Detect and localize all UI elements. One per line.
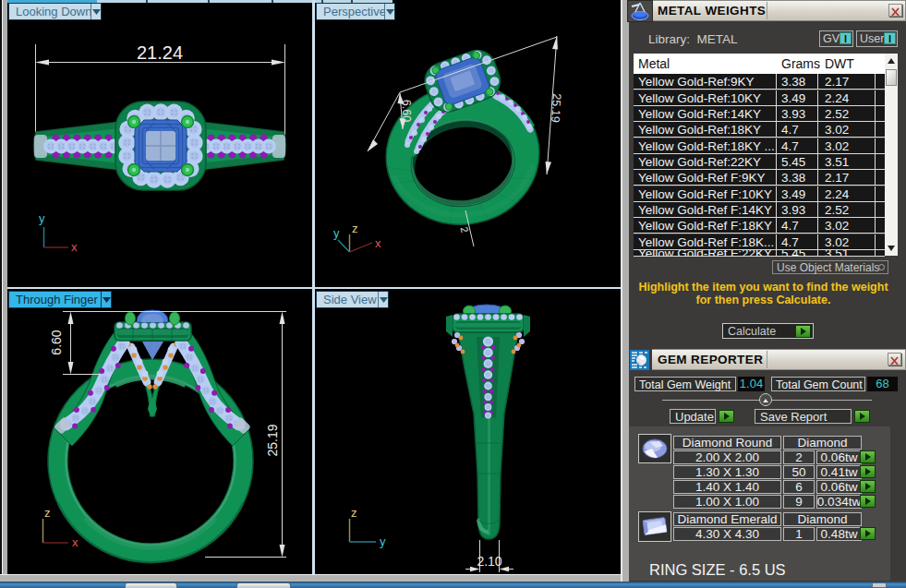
svg-text:2: 2 bbox=[458, 225, 470, 234]
svg-text:z: z bbox=[351, 506, 357, 520]
svg-text:y: y bbox=[333, 226, 340, 240]
svg-text:2.10: 2.10 bbox=[477, 554, 501, 569]
svg-text:21.24: 21.24 bbox=[137, 42, 183, 63]
svg-text:z: z bbox=[352, 222, 358, 235]
svg-text:25.19: 25.19 bbox=[265, 424, 280, 456]
svg-text:x: x bbox=[375, 236, 381, 250]
svg-text:y: y bbox=[380, 534, 386, 548]
svg-text:z: z bbox=[44, 506, 51, 520]
svg-text:6.60: 6.60 bbox=[49, 330, 64, 354]
svg-text:x: x bbox=[72, 535, 79, 549]
svg-text:x: x bbox=[71, 240, 78, 254]
svg-text:6.60: 6.60 bbox=[400, 100, 413, 122]
svg-text:y: y bbox=[39, 211, 45, 225]
svg-text:25.19: 25.19 bbox=[549, 93, 563, 123]
